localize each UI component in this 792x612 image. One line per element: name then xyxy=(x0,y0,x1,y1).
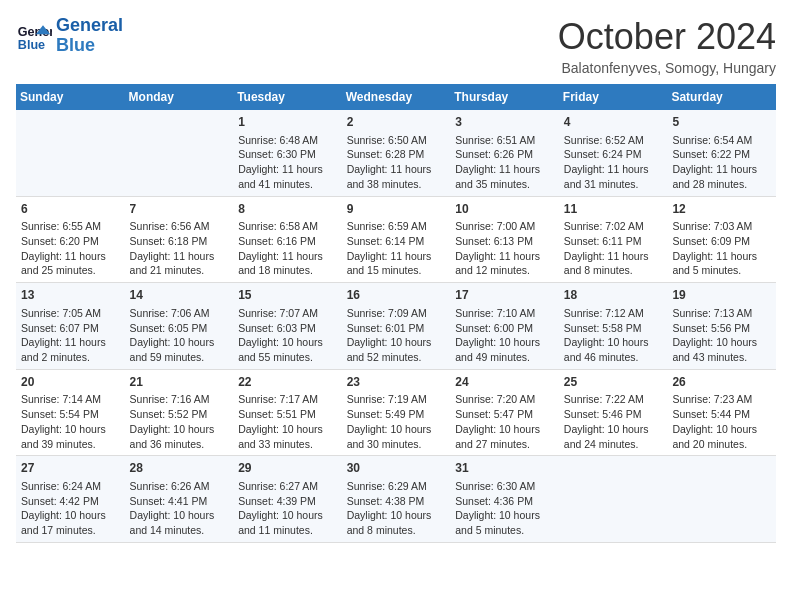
day-number: 15 xyxy=(238,287,337,304)
calendar-cell: 29Sunrise: 6:27 AM Sunset: 4:39 PM Dayli… xyxy=(233,456,342,543)
day-number: 20 xyxy=(21,374,120,391)
day-number: 29 xyxy=(238,460,337,477)
day-number: 11 xyxy=(564,201,663,218)
day-number: 27 xyxy=(21,460,120,477)
calendar-cell: 15Sunrise: 7:07 AM Sunset: 6:03 PM Dayli… xyxy=(233,283,342,370)
location: Balatonfenyves, Somogy, Hungary xyxy=(558,60,776,76)
weekday-header: Wednesday xyxy=(342,84,451,110)
day-number: 30 xyxy=(347,460,446,477)
calendar-body: 1Sunrise: 6:48 AM Sunset: 6:30 PM Daylig… xyxy=(16,110,776,542)
day-detail: Sunrise: 7:12 AM Sunset: 5:58 PM Dayligh… xyxy=(564,306,663,365)
day-detail: Sunrise: 6:27 AM Sunset: 4:39 PM Dayligh… xyxy=(238,479,337,538)
calendar-cell: 10Sunrise: 7:00 AM Sunset: 6:13 PM Dayli… xyxy=(450,196,559,283)
calendar-cell: 3Sunrise: 6:51 AM Sunset: 6:26 PM Daylig… xyxy=(450,110,559,196)
calendar-cell: 5Sunrise: 6:54 AM Sunset: 6:22 PM Daylig… xyxy=(667,110,776,196)
calendar-cell: 17Sunrise: 7:10 AM Sunset: 6:00 PM Dayli… xyxy=(450,283,559,370)
day-number: 16 xyxy=(347,287,446,304)
day-number: 9 xyxy=(347,201,446,218)
calendar-cell: 8Sunrise: 6:58 AM Sunset: 6:16 PM Daylig… xyxy=(233,196,342,283)
day-detail: Sunrise: 7:10 AM Sunset: 6:00 PM Dayligh… xyxy=(455,306,554,365)
day-detail: Sunrise: 7:16 AM Sunset: 5:52 PM Dayligh… xyxy=(130,392,229,451)
day-detail: Sunrise: 7:03 AM Sunset: 6:09 PM Dayligh… xyxy=(672,219,771,278)
calendar-cell: 12Sunrise: 7:03 AM Sunset: 6:09 PM Dayli… xyxy=(667,196,776,283)
day-number: 5 xyxy=(672,114,771,131)
logo-text: GeneralBlue xyxy=(56,16,123,56)
day-detail: Sunrise: 6:56 AM Sunset: 6:18 PM Dayligh… xyxy=(130,219,229,278)
calendar-cell: 4Sunrise: 6:52 AM Sunset: 6:24 PM Daylig… xyxy=(559,110,668,196)
day-number: 10 xyxy=(455,201,554,218)
day-detail: Sunrise: 7:02 AM Sunset: 6:11 PM Dayligh… xyxy=(564,219,663,278)
calendar-cell: 30Sunrise: 6:29 AM Sunset: 4:38 PM Dayli… xyxy=(342,456,451,543)
calendar-cell xyxy=(16,110,125,196)
calendar-cell: 1Sunrise: 6:48 AM Sunset: 6:30 PM Daylig… xyxy=(233,110,342,196)
weekday-header: Tuesday xyxy=(233,84,342,110)
day-number: 31 xyxy=(455,460,554,477)
day-detail: Sunrise: 6:58 AM Sunset: 6:16 PM Dayligh… xyxy=(238,219,337,278)
day-detail: Sunrise: 7:22 AM Sunset: 5:46 PM Dayligh… xyxy=(564,392,663,451)
calendar-cell: 13Sunrise: 7:05 AM Sunset: 6:07 PM Dayli… xyxy=(16,283,125,370)
day-number: 4 xyxy=(564,114,663,131)
calendar-cell: 25Sunrise: 7:22 AM Sunset: 5:46 PM Dayli… xyxy=(559,369,668,456)
day-number: 28 xyxy=(130,460,229,477)
calendar-cell: 28Sunrise: 6:26 AM Sunset: 4:41 PM Dayli… xyxy=(125,456,234,543)
calendar-cell: 31Sunrise: 6:30 AM Sunset: 4:36 PM Dayli… xyxy=(450,456,559,543)
calendar-cell: 2Sunrise: 6:50 AM Sunset: 6:28 PM Daylig… xyxy=(342,110,451,196)
day-detail: Sunrise: 6:52 AM Sunset: 6:24 PM Dayligh… xyxy=(564,133,663,192)
weekday-header: Thursday xyxy=(450,84,559,110)
calendar-week-row: 27Sunrise: 6:24 AM Sunset: 4:42 PM Dayli… xyxy=(16,456,776,543)
calendar-cell: 22Sunrise: 7:17 AM Sunset: 5:51 PM Dayli… xyxy=(233,369,342,456)
calendar-header-row: SundayMondayTuesdayWednesdayThursdayFrid… xyxy=(16,84,776,110)
day-detail: Sunrise: 6:29 AM Sunset: 4:38 PM Dayligh… xyxy=(347,479,446,538)
page-header: General Blue GeneralBlue October 2024 Ba… xyxy=(16,16,776,76)
day-number: 24 xyxy=(455,374,554,391)
calendar-cell: 9Sunrise: 6:59 AM Sunset: 6:14 PM Daylig… xyxy=(342,196,451,283)
title-block: October 2024 Balatonfenyves, Somogy, Hun… xyxy=(558,16,776,76)
day-detail: Sunrise: 7:05 AM Sunset: 6:07 PM Dayligh… xyxy=(21,306,120,365)
day-detail: Sunrise: 7:17 AM Sunset: 5:51 PM Dayligh… xyxy=(238,392,337,451)
calendar-cell xyxy=(667,456,776,543)
calendar-cell: 6Sunrise: 6:55 AM Sunset: 6:20 PM Daylig… xyxy=(16,196,125,283)
day-detail: Sunrise: 7:14 AM Sunset: 5:54 PM Dayligh… xyxy=(21,392,120,451)
day-detail: Sunrise: 7:23 AM Sunset: 5:44 PM Dayligh… xyxy=(672,392,771,451)
day-detail: Sunrise: 7:06 AM Sunset: 6:05 PM Dayligh… xyxy=(130,306,229,365)
calendar-cell: 11Sunrise: 7:02 AM Sunset: 6:11 PM Dayli… xyxy=(559,196,668,283)
day-detail: Sunrise: 7:20 AM Sunset: 5:47 PM Dayligh… xyxy=(455,392,554,451)
calendar-week-row: 1Sunrise: 6:48 AM Sunset: 6:30 PM Daylig… xyxy=(16,110,776,196)
day-number: 22 xyxy=(238,374,337,391)
calendar-cell: 19Sunrise: 7:13 AM Sunset: 5:56 PM Dayli… xyxy=(667,283,776,370)
calendar-cell xyxy=(559,456,668,543)
day-number: 1 xyxy=(238,114,337,131)
day-detail: Sunrise: 6:54 AM Sunset: 6:22 PM Dayligh… xyxy=(672,133,771,192)
day-detail: Sunrise: 6:55 AM Sunset: 6:20 PM Dayligh… xyxy=(21,219,120,278)
calendar-cell: 18Sunrise: 7:12 AM Sunset: 5:58 PM Dayli… xyxy=(559,283,668,370)
weekday-header: Monday xyxy=(125,84,234,110)
calendar-cell: 23Sunrise: 7:19 AM Sunset: 5:49 PM Dayli… xyxy=(342,369,451,456)
calendar-cell xyxy=(125,110,234,196)
day-number: 12 xyxy=(672,201,771,218)
day-detail: Sunrise: 7:07 AM Sunset: 6:03 PM Dayligh… xyxy=(238,306,337,365)
calendar-cell: 20Sunrise: 7:14 AM Sunset: 5:54 PM Dayli… xyxy=(16,369,125,456)
day-number: 19 xyxy=(672,287,771,304)
day-detail: Sunrise: 6:24 AM Sunset: 4:42 PM Dayligh… xyxy=(21,479,120,538)
calendar-week-row: 6Sunrise: 6:55 AM Sunset: 6:20 PM Daylig… xyxy=(16,196,776,283)
day-number: 25 xyxy=(564,374,663,391)
day-detail: Sunrise: 7:19 AM Sunset: 5:49 PM Dayligh… xyxy=(347,392,446,451)
day-number: 3 xyxy=(455,114,554,131)
day-detail: Sunrise: 7:00 AM Sunset: 6:13 PM Dayligh… xyxy=(455,219,554,278)
day-detail: Sunrise: 7:09 AM Sunset: 6:01 PM Dayligh… xyxy=(347,306,446,365)
day-number: 21 xyxy=(130,374,229,391)
calendar-cell: 26Sunrise: 7:23 AM Sunset: 5:44 PM Dayli… xyxy=(667,369,776,456)
day-number: 23 xyxy=(347,374,446,391)
day-number: 2 xyxy=(347,114,446,131)
day-number: 17 xyxy=(455,287,554,304)
day-number: 6 xyxy=(21,201,120,218)
weekday-header: Saturday xyxy=(667,84,776,110)
logo: General Blue GeneralBlue xyxy=(16,16,123,56)
day-number: 26 xyxy=(672,374,771,391)
calendar-cell: 27Sunrise: 6:24 AM Sunset: 4:42 PM Dayli… xyxy=(16,456,125,543)
calendar-cell: 24Sunrise: 7:20 AM Sunset: 5:47 PM Dayli… xyxy=(450,369,559,456)
day-detail: Sunrise: 6:50 AM Sunset: 6:28 PM Dayligh… xyxy=(347,133,446,192)
weekday-header: Friday xyxy=(559,84,668,110)
day-detail: Sunrise: 6:30 AM Sunset: 4:36 PM Dayligh… xyxy=(455,479,554,538)
weekday-header: Sunday xyxy=(16,84,125,110)
